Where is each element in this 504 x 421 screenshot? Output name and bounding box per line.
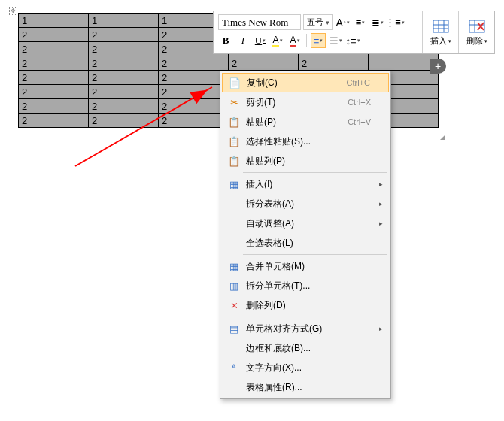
delete-label: 删除: [466, 35, 487, 47]
table-cell[interactable]: [369, 56, 439, 71]
table-cell[interactable]: 2: [19, 85, 89, 99]
table-cell[interactable]: 2: [19, 28, 89, 42]
align-button[interactable]: ≡: [311, 33, 326, 48]
separator: [306, 34, 307, 47]
copy-icon: 📄: [226, 77, 244, 89]
ctx-align[interactable]: ▤单元格对齐方式(G): [222, 319, 389, 338]
bold-button[interactable]: B: [218, 33, 233, 48]
separator: [243, 317, 387, 317]
table-cell[interactable]: 2: [19, 56, 89, 71]
table-cell[interactable]: 2: [19, 71, 89, 85]
ctx-select-table[interactable]: 全选表格(L): [222, 233, 389, 253]
table-move-handle[interactable]: ✥: [9, 7, 17, 15]
numbering-button[interactable]: ≣: [370, 15, 385, 30]
table-cell[interactable]: 1: [19, 14, 89, 28]
line-spacing-button[interactable]: ↕≡: [345, 33, 360, 48]
svg-rect-5: [469, 20, 484, 32]
ctx-props[interactable]: 表格属性(R)...: [222, 377, 389, 397]
delete-menu[interactable]: 删除: [458, 11, 494, 53]
ctx-auto-fit[interactable]: 自动调整(A): [222, 214, 389, 233]
insert-menu[interactable]: 插入: [422, 11, 458, 53]
ctx-del-col[interactable]: ⨯删除列(D): [222, 295, 389, 315]
ctx-paste-col[interactable]: 📋粘贴列(P): [222, 151, 389, 171]
ctx-text-dir[interactable]: ᴬ文字方向(X)...: [222, 358, 389, 377]
table-resize-handle[interactable]: ◢: [440, 133, 446, 139]
grow-font-button[interactable]: A↑: [335, 15, 351, 30]
separator: [243, 254, 387, 255]
table-cell[interactable]: 2: [89, 71, 159, 85]
table-cell[interactable]: 2: [19, 99, 89, 114]
table-cell[interactable]: 2: [159, 71, 229, 85]
table-cell[interactable]: 2: [89, 28, 159, 42]
ctx-paste[interactable]: 📋粘贴(P)Ctrl+V: [222, 112, 389, 132]
font-name-select[interactable]: Times New Rom: [218, 14, 301, 30]
multilevel-button[interactable]: ⋮≡: [387, 15, 402, 30]
svg-rect-0: [433, 20, 448, 32]
insert-label: 插入: [430, 35, 451, 47]
table-cell[interactable]: 2: [19, 114, 89, 128]
row-add-handle[interactable]: +: [430, 59, 446, 74]
table-cell[interactable]: 2: [299, 56, 369, 71]
table-cell[interactable]: 2: [159, 56, 229, 71]
paste-special-icon: 📋: [225, 136, 243, 147]
ctx-split-cell[interactable]: ▥拆分单元格(T)...: [222, 276, 389, 295]
ctx-cut[interactable]: ✂剪切(T)Ctrl+X: [222, 92, 389, 112]
table-cell[interactable]: 2: [89, 56, 159, 71]
bullets-button[interactable]: ≡: [353, 15, 368, 30]
del-col-icon: ⨯: [225, 300, 243, 311]
ctx-copy[interactable]: 📄复制(C)Ctrl+C: [222, 73, 389, 92]
underline-button[interactable]: U: [253, 33, 268, 48]
separator: [243, 172, 387, 173]
paste-icon: 📋: [225, 117, 243, 128]
ctx-borders[interactable]: 边框和底纹(B)...: [222, 338, 389, 358]
highlight-button[interactable]: A: [270, 33, 285, 48]
italic-button[interactable]: I: [235, 33, 250, 48]
text-dir-icon: ᴬ: [225, 362, 243, 374]
table-cell[interactable]: 2: [89, 85, 159, 99]
table-cell[interactable]: 2: [229, 56, 299, 71]
ctx-insert[interactable]: ▦插入(I): [222, 174, 389, 194]
ctx-paste-special[interactable]: 📋选择性粘贴(S)...: [222, 132, 389, 151]
table-cell[interactable]: 2: [89, 42, 159, 56]
table-row[interactable]: 22222: [19, 56, 439, 71]
table-cell[interactable]: 2: [89, 99, 159, 114]
merge-icon: ▦: [225, 261, 243, 272]
indent-button[interactable]: ☰: [328, 33, 343, 48]
floating-toolbar: Times New Rom 五号 A↑ ≡ ≣ ⋮≡ B I U A A ≡ ☰…: [213, 11, 495, 54]
font-size-select[interactable]: 五号: [303, 14, 333, 30]
table-cell[interactable]: 2: [159, 114, 229, 128]
font-color-button[interactable]: A: [287, 33, 302, 48]
align-icon: ▤: [225, 323, 243, 335]
split-icon: ▥: [225, 280, 243, 292]
cut-icon: ✂: [225, 97, 243, 108]
ctx-split-table[interactable]: 拆分表格(A): [222, 194, 389, 214]
table-cell[interactable]: 2: [19, 42, 89, 56]
insert-icon: ▦: [225, 179, 243, 190]
table-cell[interactable]: 2: [89, 114, 159, 128]
paste-col-icon: 📋: [225, 156, 243, 167]
context-menu: 📄复制(C)Ctrl+C ✂剪切(T)Ctrl+X 📋粘贴(P)Ctrl+V 📋…: [220, 71, 391, 399]
insert-table-icon: [431, 18, 451, 35]
table-cell[interactable]: 1: [89, 14, 159, 28]
delete-table-icon: [467, 18, 487, 35]
ctx-merge[interactable]: ▦合并单元格(M): [222, 256, 389, 276]
